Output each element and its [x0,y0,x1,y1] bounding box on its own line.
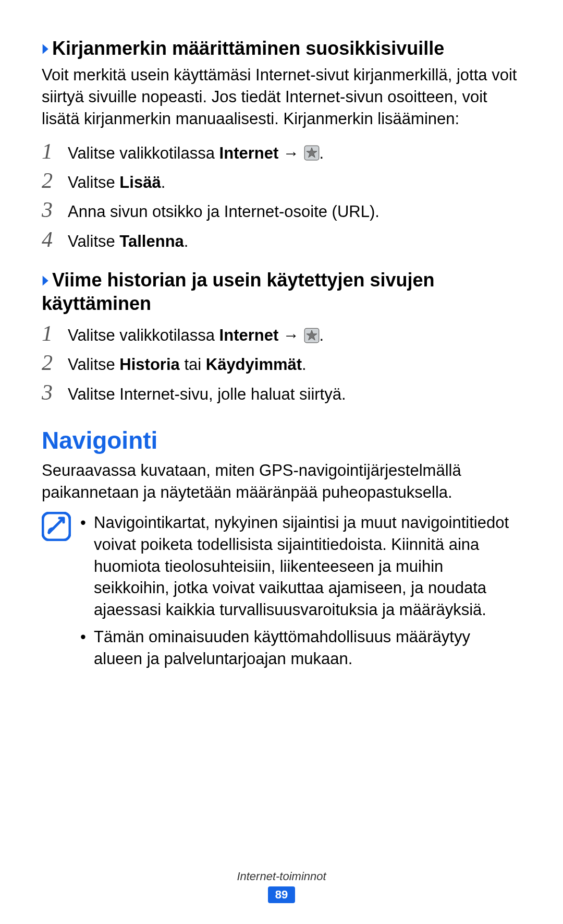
step-number: 3 [42,379,68,405]
note-block: • Navigointikartat, nykyinen sijaintisi … [42,512,521,675]
step-text: Valitse valikkotilassa Internet → . [68,324,324,346]
step-item: 4 Valitse Tallenna. [42,226,521,253]
note-text: Tämän ominaisuuden käyttömahdollisuus mä… [94,626,521,670]
note-icon [42,512,71,541]
step-number: 4 [42,226,68,253]
step-text: Valitse Tallenna. [68,230,188,253]
step-number: 1 [42,320,68,346]
footer-category: Internet-toiminnot [0,870,563,883]
step-number: 3 [42,197,68,223]
steps-bookmarks: 1 Valitse valikkotilassa Internet → . 2 … [42,138,521,253]
step-text: Anna sivun otsikko ja Internet-osoite (U… [68,200,380,223]
note-item: • Tämän ominaisuuden käyttömahdollisuus … [80,626,521,670]
chevron-right-icon [42,268,52,292]
note-text: Navigointikartat, nykyinen sijaintisi ja… [94,512,521,621]
section-intro-bookmarks: Voit merkitä usein käyttämäsi Internet-s… [42,64,521,130]
star-icon [304,145,320,161]
bullet: • [80,626,94,670]
step-item: 3 Anna sivun otsikko ja Internet-osoite … [42,197,521,223]
step-item: 2 Valitse Lisää. [42,167,521,194]
step-number: 2 [42,167,68,194]
step-item: 1 Valitse valikkotilassa Internet → . [42,320,521,346]
note-item: • Navigointikartat, nykyinen sijaintisi … [80,512,521,621]
step-item: 2 Valitse Historia tai Käydyimmät. [42,350,521,376]
page-number-badge: 89 [268,886,295,903]
step-number: 2 [42,350,68,376]
page-footer: Internet-toiminnot 89 [0,870,563,903]
step-text: Valitse Lisää. [68,171,165,194]
step-text: Valitse valikkotilassa Internet → . [68,142,324,164]
section-intro-navigation: Seuraavassa kuvataan, miten GPS-navigoin… [42,460,521,503]
step-number: 1 [42,138,68,164]
step-item: 3 Valitse Internet-sivu, jolle haluat si… [42,379,521,405]
chevron-right-icon [42,37,52,60]
star-icon [304,328,320,343]
bullet: • [80,512,94,621]
step-text: Valitse Internet-sivu, jolle haluat siir… [68,383,346,405]
section-heading-history: Viime historian ja usein käytettyjen siv… [42,268,521,315]
step-item: 1 Valitse valikkotilassa Internet → . [42,138,521,164]
step-text: Valitse Historia tai Käydyimmät. [68,353,307,376]
document-page: Kirjanmerkin määrittäminen suosikkisivui… [0,0,563,675]
steps-history: 1 Valitse valikkotilassa Internet → . 2 … [42,320,521,405]
main-heading-navigation: Navigointi [42,426,521,454]
note-list: • Navigointikartat, nykyinen sijaintisi … [80,512,521,675]
section-heading-bookmarks: Kirjanmerkin määrittäminen suosikkisivui… [42,37,521,60]
